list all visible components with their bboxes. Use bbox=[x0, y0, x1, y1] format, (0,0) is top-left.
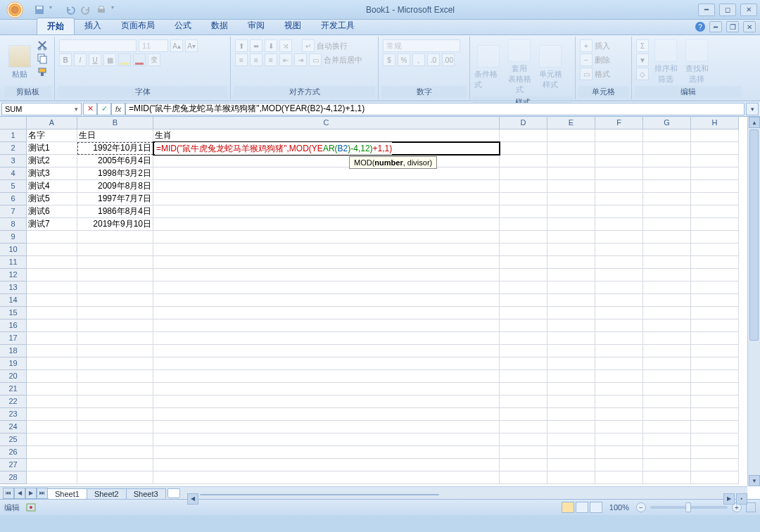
cell-H16[interactable] bbox=[691, 319, 739, 332]
row-header-24[interactable]: 24 bbox=[0, 421, 27, 433]
cell-A2[interactable]: 测试1 bbox=[27, 142, 77, 155]
cell-E5[interactable] bbox=[547, 180, 595, 193]
cell-C28[interactable] bbox=[153, 471, 500, 484]
mdi-close-button[interactable]: ✕ bbox=[743, 21, 756, 32]
col-header-H[interactable]: H bbox=[691, 117, 739, 129]
name-box[interactable]: SUM▾ bbox=[1, 103, 82, 115]
ribbon-tab-6[interactable]: 视图 bbox=[274, 18, 311, 34]
row-header-25[interactable]: 25 bbox=[0, 433, 27, 446]
cell-F28[interactable] bbox=[595, 471, 643, 484]
cell-F19[interactable] bbox=[595, 357, 643, 370]
cell-B18[interactable] bbox=[77, 345, 153, 357]
row-header-1[interactable]: 1 bbox=[0, 129, 27, 142]
align-top-icon[interactable]: ⬆ bbox=[235, 39, 248, 52]
cell-D21[interactable] bbox=[500, 383, 547, 395]
cell-H17[interactable] bbox=[691, 332, 739, 345]
cell-G17[interactable] bbox=[643, 332, 691, 345]
cell-A16[interactable] bbox=[27, 319, 77, 332]
cell-G26[interactable] bbox=[643, 446, 691, 459]
row-header-5[interactable]: 5 bbox=[0, 180, 27, 193]
cell-H5[interactable] bbox=[691, 180, 739, 193]
cell-H18[interactable] bbox=[691, 345, 739, 357]
vscroll-thumb[interactable] bbox=[749, 129, 759, 341]
col-header-F[interactable]: F bbox=[595, 117, 643, 129]
cell-C15[interactable] bbox=[153, 307, 500, 319]
close-button[interactable]: ✕ bbox=[740, 4, 757, 16]
cell-A4[interactable]: 测试3 bbox=[27, 167, 77, 180]
cell-D14[interactable] bbox=[500, 294, 547, 307]
row-header-20[interactable]: 20 bbox=[0, 370, 27, 383]
cell-F27[interactable] bbox=[595, 459, 643, 471]
cell-B21[interactable] bbox=[77, 383, 153, 395]
cell-B14[interactable] bbox=[77, 294, 153, 307]
cell-C9[interactable] bbox=[153, 231, 500, 243]
row-header-6[interactable]: 6 bbox=[0, 193, 27, 205]
cell-H20[interactable] bbox=[691, 370, 739, 383]
cell-F23[interactable] bbox=[595, 408, 643, 421]
cell-C4[interactable] bbox=[153, 167, 500, 180]
cell-A9[interactable] bbox=[27, 231, 77, 243]
cell-F1[interactable] bbox=[595, 129, 643, 142]
row-header-23[interactable]: 23 bbox=[0, 408, 27, 421]
cell-H14[interactable] bbox=[691, 294, 739, 307]
format-table-button[interactable]: 套用 表格格式 bbox=[505, 39, 533, 95]
cell-H2[interactable] bbox=[691, 142, 739, 155]
cell-A14[interactable] bbox=[27, 294, 77, 307]
cell-B17[interactable] bbox=[77, 332, 153, 345]
cell-E25[interactable] bbox=[547, 433, 595, 446]
cell-F21[interactable] bbox=[595, 383, 643, 395]
cell-H22[interactable] bbox=[691, 395, 739, 408]
row-header-21[interactable]: 21 bbox=[0, 383, 27, 395]
ribbon-tab-1[interactable]: 插入 bbox=[75, 18, 111, 34]
paste-button[interactable]: 粘贴 bbox=[6, 39, 34, 84]
currency-icon[interactable]: $ bbox=[383, 53, 395, 66]
cell-C17[interactable] bbox=[153, 332, 500, 345]
cell-C7[interactable] bbox=[153, 205, 500, 218]
cell-G9[interactable] bbox=[643, 231, 691, 243]
col-header-G[interactable]: G bbox=[643, 117, 691, 129]
cell-F14[interactable] bbox=[595, 294, 643, 307]
help-icon[interactable]: ? bbox=[695, 22, 705, 32]
cell-B7[interactable]: 1986年8月4日 bbox=[77, 205, 153, 218]
cell-B9[interactable] bbox=[77, 231, 153, 243]
cell-A6[interactable]: 测试5 bbox=[27, 193, 77, 205]
align-right-icon[interactable]: ≡ bbox=[265, 53, 277, 66]
cell-H9[interactable] bbox=[691, 231, 739, 243]
cell-D5[interactable] bbox=[500, 180, 547, 193]
cell-B24[interactable] bbox=[77, 421, 153, 433]
cell-F25[interactable] bbox=[595, 433, 643, 446]
cell-D16[interactable] bbox=[500, 319, 547, 332]
cell-F17[interactable] bbox=[595, 332, 643, 345]
next-sheet-button[interactable]: ▶ bbox=[25, 488, 37, 499]
format-painter-icon[interactable] bbox=[37, 66, 48, 77]
fill-icon[interactable]: ▼ bbox=[636, 53, 649, 66]
cell-H13[interactable] bbox=[691, 281, 739, 294]
cell-D17[interactable] bbox=[500, 332, 547, 345]
row-header-11[interactable]: 11 bbox=[0, 256, 27, 269]
wrap-text-icon[interactable]: ↵ bbox=[302, 39, 315, 52]
conditional-format-button[interactable]: 条件格式 bbox=[474, 39, 502, 95]
phonetic-button[interactable]: 变 bbox=[148, 53, 160, 66]
last-sheet-button[interactable]: ⏭ bbox=[37, 488, 48, 499]
cell-E26[interactable] bbox=[547, 446, 595, 459]
cell-G6[interactable] bbox=[643, 193, 691, 205]
cell-E21[interactable] bbox=[547, 383, 595, 395]
mdi-minimize-button[interactable]: ━ bbox=[709, 21, 722, 32]
row-header-22[interactable]: 22 bbox=[0, 395, 27, 408]
cell-C8[interactable] bbox=[153, 218, 500, 231]
cell-F18[interactable] bbox=[595, 345, 643, 357]
scroll-right-button[interactable]: ▶ bbox=[723, 493, 735, 505]
cell-B13[interactable] bbox=[77, 281, 153, 294]
orientation-icon[interactable]: ⤭ bbox=[279, 39, 292, 52]
cell-D3[interactable] bbox=[500, 155, 547, 167]
ribbon-tab-4[interactable]: 数据 bbox=[201, 18, 238, 34]
row-header-17[interactable]: 17 bbox=[0, 332, 27, 345]
cell-G13[interactable] bbox=[643, 281, 691, 294]
cell-F8[interactable] bbox=[595, 218, 643, 231]
cell-H23[interactable] bbox=[691, 408, 739, 421]
cell-B4[interactable]: 1998年3月2日 bbox=[77, 167, 153, 180]
col-header-B[interactable]: B bbox=[77, 117, 153, 129]
sheet-tab-Sheet1[interactable]: Sheet1 bbox=[47, 488, 87, 499]
cell-F13[interactable] bbox=[595, 281, 643, 294]
maximize-button[interactable]: ◻ bbox=[719, 4, 736, 16]
